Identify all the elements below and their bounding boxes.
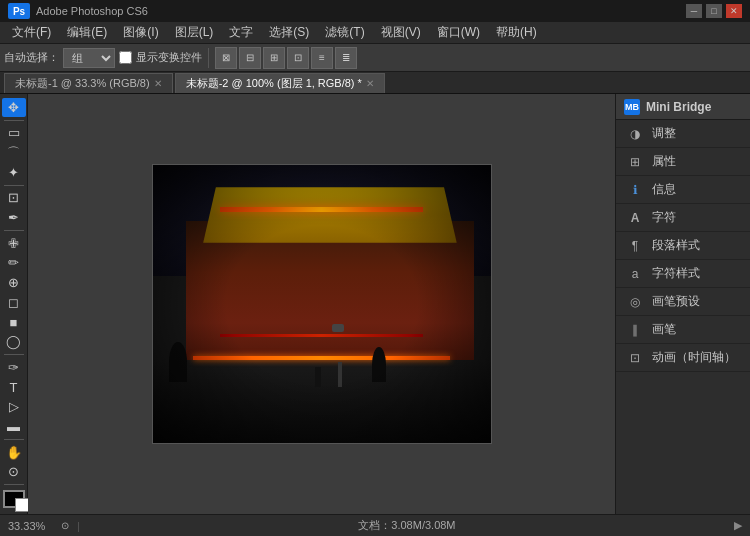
brush-tool[interactable]: ✏	[2, 253, 26, 272]
dodge-tool[interactable]: ◯	[2, 332, 26, 351]
crop-tool[interactable]: ⊡	[2, 189, 26, 208]
shape-tool[interactable]: ▬	[2, 417, 26, 436]
eyedropper-tool[interactable]: ✒	[2, 208, 26, 227]
pen-tool[interactable]: ✑	[2, 358, 26, 377]
zoom-level: 33.33%	[8, 520, 53, 532]
menu-item-w[interactable]: 窗口(W)	[429, 22, 488, 43]
menu-item-f[interactable]: 文件(F)	[4, 22, 59, 43]
title-bar-title: Adobe Photoshop CS6	[36, 5, 148, 17]
auto-select-dropdown[interactable]: 组 图层	[63, 48, 115, 68]
tab-1-label: 未标题-2 @ 100% (图层 1, RGB/8) *	[186, 76, 362, 91]
panel-item-char-style[interactable]: a 字符样式	[616, 260, 750, 288]
hand-tool[interactable]: ✋	[2, 443, 26, 462]
align-top-btn[interactable]: ⊡	[287, 47, 309, 69]
tab-1-close[interactable]: ✕	[366, 78, 374, 89]
char-style-label: 字符样式	[652, 265, 700, 282]
path-select-tool[interactable]: ▷	[2, 397, 26, 416]
canvas-area[interactable]	[28, 94, 615, 514]
lasso-tool[interactable]: ⌒	[2, 143, 26, 162]
mini-bridge-icon: MB	[624, 99, 640, 115]
title-bar-left: Ps Adobe Photoshop CS6	[8, 3, 148, 19]
align-bottom-btn[interactable]: ≣	[335, 47, 357, 69]
options-separator	[208, 48, 209, 68]
brush-label: 画笔	[652, 321, 676, 338]
menu-item-i[interactable]: 图像(I)	[115, 22, 166, 43]
character-label: 字符	[652, 209, 676, 226]
right-panel-inner: MB Mini Bridge ◑ 调整 ⊞ 属性 ℹ 信息 A 字符 ¶	[616, 94, 750, 372]
panel-item-adjust[interactable]: ◑ 调整	[616, 120, 750, 148]
show-transform-label: 显示变换控件	[136, 50, 202, 65]
align-center-btn[interactable]: ⊟	[239, 47, 261, 69]
status-arrow[interactable]: ▶	[734, 519, 742, 532]
info-label: 信息	[652, 181, 676, 198]
menu-item-t[interactable]: 滤镜(T)	[317, 22, 372, 43]
tab-1[interactable]: 未标题-2 @ 100% (图层 1, RGB/8) * ✕	[175, 73, 385, 93]
menu-item-e[interactable]: 编辑(E)	[59, 22, 115, 43]
clone-tool[interactable]: ⊕	[2, 273, 26, 292]
magic-wand-tool[interactable]: ✦	[2, 163, 26, 182]
tabs-bar: 未标题-1 @ 33.3% (RGB/8) ✕ 未标题-2 @ 100% (图层…	[0, 72, 750, 94]
panel-item-character[interactable]: A 字符	[616, 204, 750, 232]
brush-preset-icon: ◎	[626, 293, 644, 311]
panel-item-animation[interactable]: ⊡ 动画（时间轴）	[616, 344, 750, 372]
options-bar: 自动选择： 组 图层 显示变换控件 ⊠ ⊟ ⊞ ⊡ ≡ ≣	[0, 44, 750, 72]
foreground-color[interactable]	[3, 490, 25, 508]
tab-0[interactable]: 未标题-1 @ 33.3% (RGB/8) ✕	[4, 73, 173, 93]
ps-logo: Ps	[8, 3, 30, 19]
tool-sep-2	[4, 185, 24, 186]
status-separator: |	[77, 520, 80, 532]
menu-item-[interactable]: 文字	[221, 22, 261, 43]
menu-item-v[interactable]: 视图(V)	[373, 22, 429, 43]
panel-item-properties[interactable]: ⊞ 属性	[616, 148, 750, 176]
status-bar: 33.33% ⊙ | 文档：3.08M/3.08M ▶	[0, 514, 750, 536]
heal-tool[interactable]: ✙	[2, 234, 26, 253]
right-panel: MB Mini Bridge ◑ 调整 ⊞ 属性 ℹ 信息 A 字符 ¶	[615, 94, 750, 514]
panel-item-brush-preset[interactable]: ◎ 画笔预设	[616, 288, 750, 316]
adjust-icon: ◑	[626, 125, 644, 143]
tool-sep-5	[4, 439, 24, 440]
zoom-tool[interactable]: ⊙	[2, 462, 26, 481]
para-style-label: 段落样式	[652, 237, 700, 254]
tab-0-close[interactable]: ✕	[154, 78, 162, 89]
align-middle-btn[interactable]: ≡	[311, 47, 333, 69]
menu-item-s[interactable]: 选择(S)	[261, 22, 317, 43]
minimize-button[interactable]: ─	[686, 4, 702, 18]
properties-label: 属性	[652, 153, 676, 170]
menu-item-h[interactable]: 帮助(H)	[488, 22, 545, 43]
panel-item-info[interactable]: ℹ 信息	[616, 176, 750, 204]
show-transform-checkbox[interactable]	[119, 51, 132, 64]
tool-sep-4	[4, 354, 24, 355]
move-tool[interactable]: ✥	[2, 98, 26, 117]
align-left-btn[interactable]: ⊠	[215, 47, 237, 69]
brush-icon: ∥	[626, 321, 644, 339]
panel-item-brush[interactable]: ∥ 画笔	[616, 316, 750, 344]
gradient-tool[interactable]: ■	[2, 313, 26, 332]
align-right-btn[interactable]: ⊞	[263, 47, 285, 69]
menu-bar: 文件(F)编辑(E)图像(I)图层(L)文字选择(S)滤镜(T)视图(V)窗口(…	[0, 22, 750, 44]
left-toolbar: ✥ ▭ ⌒ ✦ ⊡ ✒ ✙ ✏ ⊕ ◻ ■ ◯ ✑ T ▷ ▬ ✋ ⊙	[0, 94, 28, 514]
info-icon: ℹ	[626, 181, 644, 199]
tab-0-label: 未标题-1 @ 33.3% (RGB/8)	[15, 76, 150, 91]
vignette	[153, 165, 491, 443]
animation-label: 动画（时间轴）	[652, 349, 736, 366]
menu-item-l[interactable]: 图层(L)	[167, 22, 222, 43]
text-tool[interactable]: T	[2, 378, 26, 397]
zoom-icon: ⊙	[61, 520, 69, 531]
mini-bridge-header[interactable]: MB Mini Bridge	[616, 94, 750, 120]
tool-sep-1	[4, 120, 24, 121]
eraser-tool[interactable]: ◻	[2, 293, 26, 312]
char-style-icon: a	[626, 265, 644, 283]
select-rect-tool[interactable]: ▭	[2, 124, 26, 143]
title-bar-controls: ─ □ ✕	[686, 4, 742, 18]
mini-bridge-title: Mini Bridge	[646, 100, 711, 114]
para-style-icon: ¶	[626, 237, 644, 255]
title-bar: Ps Adobe Photoshop CS6 ─ □ ✕	[0, 0, 750, 22]
tool-sep-3	[4, 230, 24, 231]
character-icon: A	[626, 209, 644, 227]
tool-sep-6	[4, 484, 24, 485]
panel-item-para-style[interactable]: ¶ 段落样式	[616, 232, 750, 260]
background-color[interactable]	[15, 498, 29, 512]
maximize-button[interactable]: □	[706, 4, 722, 18]
close-button[interactable]: ✕	[726, 4, 742, 18]
properties-icon: ⊞	[626, 153, 644, 171]
